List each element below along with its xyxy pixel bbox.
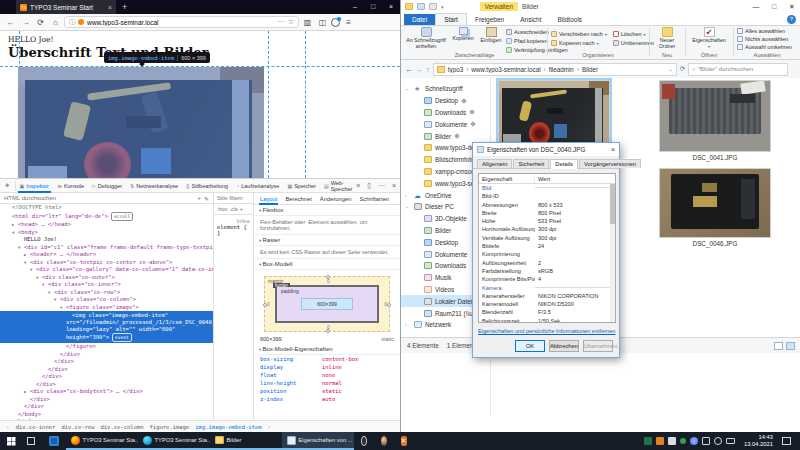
dom-tree-line[interactable]: </div> [0,403,213,411]
properties-button[interactable]: ✔ Eigenschaften ▾ [691,27,727,49]
nav-item[interactable]: Dokumente [401,118,490,130]
dom-tree-line[interactable]: ▼<div class="ce-gallery" data-ce-columns… [0,266,213,274]
filter-styles-input[interactable]: Stile filtern [214,193,253,204]
url-bar[interactable]: ⓘ www.typo3-seminar.local ⋯ ☆ [64,16,299,28]
dialog-scrollbar[interactable] [610,184,615,322]
qat-new-folder-icon[interactable] [417,3,425,10]
dom-tree-line[interactable]: </figure> [0,343,213,351]
breadcrumb-item[interactable]: div.ce-column [101,424,144,430]
remove-properties-link[interactable]: Eigenschaften und persönliche Informatio… [478,328,615,334]
file-name-label[interactable]: DSC_0041.JPG [659,154,771,161]
box-model-diagram[interactable]: margin 0 0 0 0 border padding 600×399 [264,276,390,332]
new-folder-button[interactable]: Neuer Ordner [653,27,681,49]
add-node-icon[interactable]: + [197,195,201,201]
details-row[interactable]: Komprimierung [479,250,615,258]
content-image-dsc0040[interactable] [18,67,264,178]
devtools-tab[interactable]: ⇅ Netzwerkanalyse [126,179,182,193]
column-value[interactable]: Wert [535,174,550,183]
more-tabs-icon[interactable]: » [356,182,360,189]
flexbox-section-header[interactable]: Flexbox [254,205,400,216]
pinned-app-button[interactable] [42,432,66,450]
responsive-mode-icon[interactable]: ▯ [367,182,371,190]
devtools-tab[interactable]: {} Stilbearbeitung [182,179,232,193]
dom-tree-line[interactable]: </div> [0,351,213,359]
dom-tree-line[interactable]: </div> [0,396,213,404]
ribbon-tab[interactable]: Ansicht [512,14,549,25]
address-breadcrumb-bar[interactable]: typo3www.typo3-seminar.localfileadminBil… [433,63,677,76]
breadcrumb-scroll-left-icon[interactable]: ‹ [6,423,10,430]
details-row[interactable]: Abmessungen 800 x 533 [479,201,615,209]
breadcrumb-item[interactable]: div.ce-inner [16,424,56,430]
nav-item[interactable]: ⌄ Schnellzugriff [401,83,490,95]
dom-tree-line[interactable]: </div> [0,381,213,389]
maximize-button[interactable]: □ [364,0,382,14]
dom-tree-line[interactable]: ▼<div class="ce-textpic ce-center ce-abo… [0,259,213,267]
dom-tree-line[interactable]: ▼<div class="ce-outer"> [0,274,213,282]
dropdown-arrow-icon[interactable]: ▾ [644,32,646,37]
start-button[interactable] [0,432,20,450]
breadcrumb-scroll-right-icon[interactable]: › [268,423,272,430]
taskbar-tool-button[interactable]: ✕ [394,432,414,450]
ribbon-small-button[interactable]: Umbenennen [613,39,654,47]
address-crumb[interactable]: fileadmin [549,66,579,73]
qat-folder-icon[interactable] [405,3,413,10]
details-row[interactable]: Farbdarstellung sRGB [479,267,615,275]
dom-tree-line[interactable]: ▼<figure class="image"> [0,304,213,312]
class-toggle[interactable]: .cls [229,206,237,212]
details-row[interactable]: Kameramodell NIKON D5200 [479,300,615,308]
taskbar-clock[interactable]: 14:43 13.04.2021 [739,434,778,448]
ok-button[interactable]: OK [515,340,545,352]
dom-tree-line[interactable]: </div> [0,358,213,366]
file-thumbnail-dsc0046[interactable] [659,168,771,238]
tray-icon[interactable] [668,437,676,445]
tray-icon[interactable] [690,437,698,445]
dialog-tab[interactable]: Details [550,159,578,169]
tray-icon[interactable] [656,437,664,445]
grid-section-header[interactable]: Raster [254,235,400,246]
devtools-close-icon[interactable]: × [392,182,396,189]
dialog-tab[interactable]: Sicherheit [513,159,549,168]
sidebar-tab[interactable]: Schriftarten [356,193,392,205]
page-actions-icon[interactable]: ⋯ [278,18,285,26]
dropdown-arrow-icon[interactable]: ▾ [596,41,598,46]
devtools-tab[interactable]: ▣ Inspektor [16,179,53,193]
dom-tree-line[interactable]: </body> [0,411,213,419]
tray-icon[interactable] [644,437,652,445]
tree-chevron-icon[interactable]: ⌄ [405,86,409,91]
breadcrumb-item[interactable]: div.ce-row [61,424,94,430]
details-view-icon[interactable] [774,342,783,350]
details-row[interactable]: Belichtungszeit 1/50 Sek. [479,317,615,323]
dom-tree-line[interactable]: ▼<body> [0,229,213,237]
network-icon[interactable] [726,438,735,444]
url-text[interactable]: www.typo3-seminar.local [87,19,275,26]
details-row[interactable]: Höhe 533 Pixel [479,217,615,225]
dialog-tab[interactable]: Vorgängerversionen [579,159,641,168]
details-row[interactable]: Horizontale Auflösung 300 dpi [479,225,615,233]
details-row[interactable]: Bittiefe 24 [479,242,615,250]
browser-tab[interactable]: T3 TYPO3 Seminar Start × [16,0,116,14]
box-handle[interactable] [263,303,267,307]
tree-chevron-icon[interactable]: › [405,322,407,327]
dom-tree-line[interactable]: ▼<div class="ce-column"> [0,296,213,304]
devtools-tab[interactable]: ▷ Debugger [88,179,126,193]
box-handle[interactable] [326,329,330,333]
box-handle[interactable] [387,303,391,307]
dialog-tab[interactable]: Allgemein [477,159,512,168]
dropdown-arrow-icon[interactable]: ▾ [605,32,607,37]
dom-tree-line[interactable]: ▶<head> … </head> [0,221,213,229]
devtools-tab[interactable]: ▦ Speicher [283,179,319,193]
nav-item[interactable]: Downloads [401,107,490,119]
boxmodel-props-header[interactable]: Box-Modell-Eigenschaften [254,344,400,355]
dialog-title-bar[interactable]: Eigenschaften von DSC_0040.JPG × [473,143,619,156]
minimize-button[interactable]: – [346,0,364,14]
qat-dropdown-icon[interactable]: ▾ [441,4,444,10]
boxmodel-section-header[interactable]: Box-Modell [254,259,400,270]
details-row[interactable]: Blendenzahl F/3.5 [479,308,615,316]
address-crumb[interactable]: typo3 [448,66,469,73]
qat-up-icon[interactable] [429,3,437,10]
account-icon[interactable] [331,18,340,27]
address-crumb[interactable]: Bilder [582,66,598,73]
tracking-shield-icon[interactable]: ⓘ [69,18,75,27]
taskbar-app-button[interactable]: TYPO3 Seminar Sta... [138,432,210,450]
breadcrumb-item[interactable]: img.image-embed-item [195,424,261,430]
